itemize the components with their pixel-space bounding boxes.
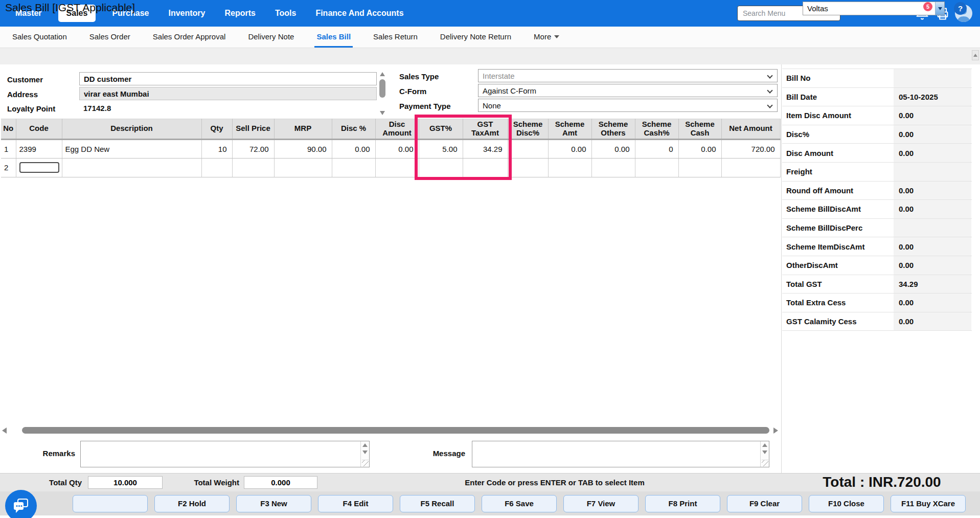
chevron-down-icon [767,73,772,78]
summary-label: Freight [782,163,894,181]
col-scheme-amt: Scheme Amt [548,119,591,140]
nav-inventory[interactable]: Inventory [165,5,208,22]
cell-scheme-amt[interactable]: 0.00 [548,139,591,158]
total-qty-field[interactable] [88,476,163,489]
tab-delivery-note[interactable]: Delivery Note [246,27,296,48]
f4-edit-button[interactable]: F4 Edit [318,495,393,512]
resize-grip-icon[interactable] [762,460,768,466]
branch-select-arrow[interactable] [935,2,944,15]
cell-gst-pct[interactable]: 5.00 [419,139,463,158]
table-row-new: 2 [1,158,780,177]
cell-empty [463,158,508,177]
summary-row-total-extra-cess: Total Extra Cess0.00 [782,294,972,312]
summary-row-scheme-billdiscperc: Scheme BillDiscPerc [782,219,972,238]
tab-sales-order[interactable]: Sales Order [87,27,132,48]
customer-input[interactable] [79,72,377,85]
message-scroll-rail[interactable] [760,441,769,467]
cell-net-amount[interactable]: 720.00 [721,139,780,158]
items-table: No Code Description Qty Sell Price MRP D… [1,119,781,177]
f7-view-button[interactable]: F7 View [563,495,639,512]
summary-label: Disc Amount [782,144,894,162]
tab-sales-bill[interactable]: Sales Bill [314,27,353,48]
col-mrp: MRP [274,119,332,140]
cell-gst-taxamt[interactable]: 34.29 [463,139,508,158]
summary-value: 0.00 [894,256,971,275]
summary-value [894,219,971,237]
f3-new-button[interactable]: F3 New [236,495,311,512]
scroll-right-icon[interactable] [773,427,778,434]
f10-close-button[interactable]: F10 Close [809,495,884,512]
summary-row-scheme-billdiscamt: Scheme BillDiscAmt0.00 [782,200,972,219]
page-title: Sales Bill [IGST Applicable] [5,2,135,14]
cell-mrp[interactable]: 90.00 [274,139,332,158]
tab-more[interactable]: More [532,27,561,48]
page-scroll-up[interactable] [972,50,979,60]
message-box [472,441,769,467]
scroll-up-icon [380,72,385,76]
remarks-textarea[interactable] [81,441,360,467]
cell-disc-pct[interactable]: 0.00 [332,139,375,158]
cell-empty [419,158,463,177]
tab-sales-quotation[interactable]: Sales Quotation [10,27,69,48]
cell-scheme-disc-pct[interactable] [508,139,548,158]
chat-widget-button[interactable] [5,490,37,518]
cell-scheme-cash[interactable]: 0.00 [678,139,721,158]
tab-sales-order-approval[interactable]: Sales Order Approval [151,27,228,48]
cell-sell-price[interactable]: 72.00 [232,139,274,158]
summary-value [894,163,971,181]
col-disc-amount: Disc Amount [375,119,419,140]
summary-row-scheme-itemdiscamt: Scheme ItemDiscAmt0.00 [782,237,972,256]
f11-buy-xcare-button[interactable]: F11 Buy XCare [891,495,966,512]
summary-value [894,69,971,87]
remarks-scroll-rail[interactable] [360,441,369,467]
scroll-up-icon [362,443,368,447]
summary-row-bill-date: Bill Date05-10-2025 [782,88,972,107]
col-no: No [1,119,16,140]
f5-recall-button[interactable]: F5 Recall [400,495,475,512]
hscrollbar-thumb[interactable] [22,427,769,434]
resize-grip-icon[interactable] [362,460,369,466]
tab-sales-return[interactable]: Sales Return [371,27,420,48]
notification-badge: 5 [923,2,932,11]
summary-value: 0.00 [894,182,971,200]
f2-hold-button[interactable]: F2 Hold [154,495,230,512]
item-code-input[interactable] [19,162,59,173]
payment-type-dropdown[interactable]: None [478,99,778,112]
panel-divider [781,64,782,473]
message-textarea[interactable] [472,441,760,467]
f9-clear-button[interactable]: F9 Clear [727,495,802,512]
cell-disc-amt[interactable]: 0.00 [375,139,419,158]
table-hscrollbar[interactable] [0,426,781,435]
f1-button[interactable] [73,495,148,512]
scroll-down-icon [362,451,368,454]
cform-dropdown[interactable]: Against C-Form [478,84,778,97]
total-weight-field[interactable] [244,476,317,489]
nav-finance[interactable]: Finance And Accounts [312,5,406,22]
remarks-label: Remarks [31,449,75,458]
cell-scheme-others[interactable]: 0.00 [591,139,635,158]
f6-save-button[interactable]: F6 Save [482,495,557,512]
nav-tools[interactable]: Tools [272,5,299,22]
summary-label: Scheme ItemDiscAmt [782,237,894,256]
cell-code[interactable]: 2399 [16,139,62,158]
summary-label: Bill Date [782,88,894,106]
help-icon[interactable]: ? [954,2,967,15]
f8-print-button[interactable]: F8 Print [645,495,720,512]
dropdown-arrow-icon [938,7,942,10]
sales-type-dropdown[interactable]: Interstate [478,69,778,82]
summary-label: OtherDiscAmt [782,256,894,275]
cell-qty[interactable]: 10 [201,139,232,158]
form-scrollbar[interactable] [379,72,386,115]
total-qty-label: Total Qty [41,478,82,487]
bottom-spacer [0,515,980,518]
address-input[interactable] [79,87,377,100]
cell-scheme-cash-pct[interactable]: 0 [635,139,678,158]
nav-reports[interactable]: Reports [221,5,258,22]
tab-delivery-note-return[interactable]: Delivery Note Return [438,27,513,48]
scroll-left-icon[interactable] [2,427,7,434]
table-row[interactable]: 1 2399 Egg DD New 10 72.00 90.00 0.00 0.… [1,139,780,158]
scrollbar-thumb[interactable] [379,79,385,98]
col-code: Code [16,119,62,140]
cell-description[interactable]: Egg DD New [62,139,201,158]
summary-value: 34.29 [894,275,971,294]
